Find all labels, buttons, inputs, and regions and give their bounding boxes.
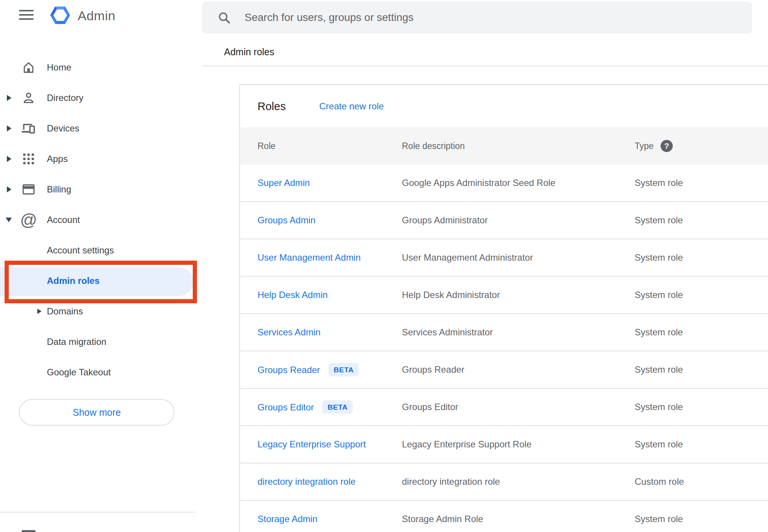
role-type: System role <box>635 290 683 300</box>
role-link[interactable]: Groups Admin <box>258 215 315 226</box>
role-type: System role <box>635 178 683 188</box>
sidebar-item-label: Data migration <box>47 337 106 347</box>
column-header-role: Role <box>258 141 275 151</box>
table-row: Storage Admin Storage Admin Role System … <box>240 501 768 532</box>
role-description: Groups Reader <box>402 364 464 375</box>
role-link[interactable]: Storage Admin <box>258 514 317 524</box>
role-link[interactable]: Super Admin <box>258 178 310 188</box>
table-row: Services Admin Services Administrator Sy… <box>240 314 768 351</box>
collapse-arrow-icon[interactable] <box>6 218 12 222</box>
role-link[interactable]: User Management Admin <box>258 252 361 263</box>
sidebar-item-label: Admin roles <box>47 276 100 286</box>
show-more-label: Show more <box>73 407 121 418</box>
sidebar-item-label: Apps <box>47 154 68 164</box>
expand-arrow-icon[interactable] <box>7 125 11 131</box>
sidebar-item-label: Billing <box>47 184 71 195</box>
sidebar-item-devices[interactable]: Devices <box>0 113 196 144</box>
role-description: Google Apps Administrator Seed Role <box>402 178 555 188</box>
roles-card: Roles Create new role Role Role descript… <box>239 84 768 532</box>
table-row: Legacy Enterprise Support Legacy Enterpr… <box>240 426 768 463</box>
sidebar-item-domains[interactable]: Domains <box>0 296 196 327</box>
sidebar-item-google-takeout[interactable]: Google Takeout <box>0 357 196 388</box>
table-row: Help Desk Admin Help Desk Administrator … <box>240 277 768 314</box>
sidebar-item-label: Directory <box>47 93 83 103</box>
partial-sidebar-icon <box>22 530 35 532</box>
role-type: System role <box>635 402 683 412</box>
role-description: directory integration role <box>402 476 500 487</box>
role-link[interactable]: Legacy Enterprise Support <box>258 439 366 450</box>
column-header-type: Type <box>635 141 654 151</box>
role-description: Storage Admin Role <box>402 514 483 524</box>
beta-badge: BETA <box>322 401 353 414</box>
admin-logo <box>48 3 72 27</box>
sidebar-item-data-migration[interactable]: Data migration <box>0 327 196 357</box>
role-link[interactable]: Groups Reader <box>258 364 320 375</box>
sidebar-divider <box>0 512 195 513</box>
role-type: Custom role <box>635 476 684 487</box>
apps-grid-icon <box>21 152 36 166</box>
role-description: Legacy Enterprise Support Role <box>402 439 531 450</box>
at-icon: @ <box>21 213 36 227</box>
role-description: Help Desk Administrator <box>402 290 500 300</box>
role-description: User Management Administrator <box>402 252 533 263</box>
sidebar-item-account[interactable]: @ Account <box>0 205 196 235</box>
role-type: System role <box>635 252 683 263</box>
header-divider <box>202 66 768 66</box>
search-input[interactable] <box>245 2 740 34</box>
sidebar-item-label: Domains <box>47 306 83 317</box>
sidebar-item-apps[interactable]: Apps <box>0 144 196 174</box>
sidebar-item-label: Account <box>47 215 80 225</box>
sidebar-item-account-settings[interactable]: Account settings <box>0 235 196 266</box>
role-type: System role <box>635 215 683 226</box>
role-description: Groups Administrator <box>402 215 488 226</box>
roles-title: Roles <box>258 100 286 112</box>
roles-card-header: Roles Create new role <box>240 85 768 127</box>
sidebar-item-label: Home <box>47 62 71 73</box>
menu-icon[interactable] <box>19 10 34 20</box>
table-row: Super Admin Google Apps Administrator Se… <box>240 165 768 202</box>
role-type: System role <box>635 327 683 338</box>
sidebar-item-directory[interactable]: Directory <box>0 83 196 113</box>
table-header-row: Role Role description Type ? <box>240 127 768 165</box>
create-new-role-link[interactable]: Create new role <box>319 101 384 112</box>
role-link[interactable]: Groups Editor <box>258 402 314 412</box>
role-type: System role <box>635 439 683 450</box>
credit-card-icon <box>21 182 36 197</box>
app-title: Admin <box>78 8 115 23</box>
sidebar-item-label: Account settings <box>47 245 114 256</box>
role-type: System role <box>635 514 683 524</box>
table-row: Groups Admin Groups Administrator System… <box>240 202 768 239</box>
table-row: Groups Editor BETA Groups Editor System … <box>240 389 768 426</box>
table-row: User Management Admin User Management Ad… <box>240 239 768 277</box>
beta-badge: BETA <box>328 363 359 377</box>
help-icon[interactable]: ? <box>661 140 673 152</box>
role-link[interactable]: directory integration role <box>258 476 355 487</box>
role-link[interactable]: Help Desk Admin <box>258 290 328 300</box>
breadcrumb: Admin roles <box>224 46 274 58</box>
sidebar-item-billing[interactable]: Billing <box>0 174 196 205</box>
person-icon <box>21 91 36 105</box>
expand-arrow-icon[interactable] <box>7 186 11 192</box>
expand-arrow-icon[interactable] <box>7 95 11 101</box>
role-description: Services Administrator <box>402 327 493 338</box>
sidebar-item-admin-roles[interactable]: Admin roles <box>0 266 196 296</box>
search-icon <box>217 11 232 25</box>
role-link[interactable]: Services Admin <box>258 327 320 338</box>
role-type: System role <box>635 364 683 375</box>
sidebar-item-label: Devices <box>47 123 79 134</box>
role-description: Groups Editor <box>402 402 458 412</box>
expand-arrow-icon[interactable] <box>37 309 42 314</box>
table-row: Groups Reader BETA Groups Reader System … <box>240 351 768 389</box>
show-more-button[interactable]: Show more <box>19 399 174 426</box>
sidebar-item-home[interactable]: Home <box>0 52 196 83</box>
sidebar-item-label: Google Takeout <box>47 367 111 378</box>
search-bar <box>202 2 752 34</box>
home-icon <box>21 60 36 75</box>
table-row: directory integration role directory int… <box>240 463 768 501</box>
expand-arrow-icon[interactable] <box>7 156 11 162</box>
devices-icon <box>21 121 36 136</box>
column-header-description: Role description <box>402 141 465 151</box>
